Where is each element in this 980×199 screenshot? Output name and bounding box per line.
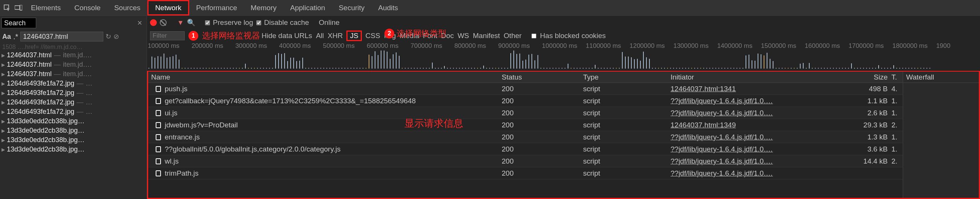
svg-rect-1 bbox=[15, 6, 20, 10]
close-icon[interactable]: × bbox=[135, 18, 144, 28]
search-result-item[interactable]: ▶ 12464037.html —item.jd…. bbox=[0, 60, 146, 69]
chip-css[interactable]: CSS bbox=[366, 32, 380, 40]
request-status: 200 bbox=[502, 169, 583, 178]
network-request-row[interactable]: trimPath.js 200 script ??jdf/lib/jquery-… bbox=[148, 167, 903, 179]
request-initiator[interactable]: ??jdf/lib/jquery-1.6.4.js,jdf/1.0.… bbox=[671, 157, 810, 166]
global-search-input[interactable] bbox=[2, 18, 36, 28]
result-filename: 13d3de0edd2cb38b.jpg… bbox=[7, 136, 84, 144]
search-result-item[interactable]: ▶ 1264d6493fe1fa72.jpg —… bbox=[0, 88, 146, 98]
chip-all[interactable]: All bbox=[316, 32, 324, 40]
chip-manifest[interactable]: Manifest bbox=[473, 32, 500, 40]
inspect-icon[interactable] bbox=[2, 5, 13, 11]
disable-cache-label: Disable cache bbox=[264, 19, 309, 27]
search-result-item[interactable]: ▶ 13d3de0edd2cb38b.jpg… bbox=[0, 145, 146, 154]
annotation-1-badge: 1 bbox=[188, 31, 198, 41]
col-initiator[interactable]: Initiator bbox=[671, 73, 810, 81]
request-time: 2. bbox=[891, 157, 903, 166]
tab-network[interactable]: Network bbox=[147, 0, 189, 16]
request-size: 29.3 kB bbox=[810, 121, 891, 129]
svg-rect-2 bbox=[20, 5, 22, 10]
file-icon bbox=[156, 170, 161, 177]
tab-audits[interactable]: Audits bbox=[371, 0, 405, 16]
network-request-row[interactable]: entrance.js 200 script ??jdf/lib/jquery-… bbox=[148, 131, 903, 143]
result-host: … bbox=[86, 108, 92, 116]
file-icon bbox=[156, 134, 161, 140]
tab-security[interactable]: Security bbox=[332, 0, 372, 16]
search-result-item[interactable]: ▶ 1264d6493fe1fa72.jpg —… bbox=[0, 79, 146, 88]
search-result-item[interactable]: ▶ 13d3de0edd2cb38b.jpg… bbox=[0, 126, 146, 135]
network-request-row[interactable]: ui.js 200 script ??jdf/lib/jquery-1.6.4.… bbox=[148, 107, 903, 119]
network-request-row[interactable]: get?callback=jQuery74983&cate=1713%2C325… bbox=[148, 95, 903, 107]
request-type: script bbox=[583, 169, 671, 178]
disable-cache-checkbox[interactable] bbox=[256, 20, 261, 25]
request-initiator[interactable]: ??jdf/lib/jquery-1.6.4.js,jdf/1.0.… bbox=[671, 97, 810, 105]
request-initiator[interactable]: ??jdf/lib/jquery-1.6.4.js,jdf/1.0.… bbox=[671, 109, 810, 117]
device-toggle-icon[interactable] bbox=[13, 5, 24, 11]
timeline-tick: 1900 bbox=[936, 42, 980, 50]
tab-memory[interactable]: Memory bbox=[244, 0, 283, 16]
clear-log-icon[interactable] bbox=[160, 19, 167, 26]
network-filter-input[interactable] bbox=[150, 31, 185, 40]
clear-icon[interactable]: ⊘ bbox=[113, 32, 119, 41]
request-initiator[interactable]: ??jdf/lib/jquery-1.6.4.js,jdf/1.0.… bbox=[671, 145, 810, 153]
search-icon[interactable]: 🔍 bbox=[187, 19, 195, 27]
tab-elements[interactable]: Elements bbox=[24, 0, 67, 16]
result-filename: 1264d6493fe1fa72.jpg bbox=[7, 80, 74, 88]
tab-console[interactable]: Console bbox=[67, 0, 107, 16]
chip-other[interactable]: Other bbox=[504, 32, 522, 40]
timeline-ruler[interactable]: 100000 ms200000 ms300000 ms400000 ms5000… bbox=[147, 42, 980, 50]
search-result-item[interactable]: ▶ 13d3de0edd2cb38b.jpg… bbox=[0, 135, 146, 145]
result-filename: 1264d6493fe1fa72.jpg bbox=[7, 108, 74, 116]
chip-js[interactable]: JS bbox=[347, 30, 361, 41]
network-request-row[interactable]: wl.js 200 script ??jdf/lib/jquery-1.6.4.… bbox=[148, 155, 903, 167]
request-size: 1.1 kB bbox=[810, 97, 891, 105]
col-size[interactable]: Size bbox=[810, 73, 891, 81]
search-result-item[interactable]: ▶ 1264d6493fe1fa72.jpg —… bbox=[0, 107, 146, 116]
col-time[interactable]: T. bbox=[891, 73, 903, 81]
refresh-icon[interactable]: ↻ bbox=[105, 32, 111, 41]
timeline-tick: 1200000 ms bbox=[630, 42, 673, 50]
request-name: ??globalInit/5.0.0/globalInit.js,categor… bbox=[165, 145, 341, 153]
request-initiator[interactable]: 12464037.html:1349 bbox=[671, 121, 810, 129]
result-filename: 12464037.html bbox=[7, 60, 52, 68]
request-type: script bbox=[583, 133, 671, 141]
request-status: 200 bbox=[502, 109, 583, 117]
has-blocked-cookies-label: Has blocked cookies bbox=[540, 32, 606, 40]
timeline-overview[interactable] bbox=[147, 50, 980, 71]
preserve-log-checkbox[interactable] bbox=[205, 20, 210, 25]
search-result-item[interactable]: ▶ 13d3de0edd2cb38b.jpg… bbox=[0, 116, 146, 126]
network-request-row[interactable]: push.js 200 script 12464037.html:1341 49… bbox=[148, 83, 903, 95]
network-request-row[interactable]: jdwebm.js?v=ProDetail 200 script 1246403… bbox=[148, 119, 903, 131]
col-status[interactable]: Status bbox=[502, 73, 583, 81]
request-initiator[interactable]: ??jdf/lib/jquery-1.6.4.js,jdf/1.0.… bbox=[671, 133, 810, 141]
chip-ws[interactable]: WS bbox=[458, 32, 469, 40]
request-initiator[interactable]: 12464037.html:1341 bbox=[671, 85, 810, 93]
filter-toggle-icon[interactable]: ▼ bbox=[177, 19, 184, 27]
record-icon[interactable] bbox=[150, 19, 157, 26]
timeline-tick: 300000 ms bbox=[235, 42, 279, 50]
search-result-item[interactable]: ▶ 12464037.html —item.jd…. bbox=[0, 51, 146, 60]
online-status[interactable]: Online bbox=[319, 19, 340, 27]
col-type[interactable]: Type bbox=[583, 73, 671, 81]
col-name[interactable]: Name bbox=[148, 73, 502, 81]
result-filename: 1264d6493fe1fa72.jpg bbox=[7, 89, 74, 97]
search-result-item[interactable]: ▶ 1264d6493fe1fa72.jpg —… bbox=[0, 98, 146, 107]
has-blocked-cookies-checkbox[interactable] bbox=[531, 33, 536, 38]
chevron-right-icon: ▶ bbox=[2, 53, 7, 58]
result-filename: 13d3de0edd2cb38b.jpg… bbox=[7, 117, 84, 125]
request-initiator[interactable]: ??jdf/lib/jquery-1.6.4.js,jdf/1.0.… bbox=[671, 169, 810, 178]
tab-sources[interactable]: Sources bbox=[107, 0, 147, 16]
result-filename: 12464037.html bbox=[7, 51, 52, 59]
tab-performance[interactable]: Performance bbox=[189, 0, 244, 16]
col-waterfall[interactable]: Waterfall bbox=[903, 72, 979, 83]
search-filter-input[interactable] bbox=[21, 32, 103, 41]
timeline-tick: 100000 ms bbox=[148, 42, 191, 50]
match-case-icon[interactable]: Aa bbox=[2, 33, 11, 41]
search-result-item[interactable]: ▶ 12464037.html —item.jd…. bbox=[0, 69, 146, 79]
chip-xhr[interactable]: XHR bbox=[328, 32, 343, 40]
network-request-row[interactable]: ??globalInit/5.0.0/globalInit.js,categor… bbox=[148, 143, 903, 155]
regex-icon[interactable]: .* bbox=[13, 32, 18, 41]
waterfall-column: Waterfall bbox=[903, 72, 979, 198]
request-time: 4. bbox=[891, 85, 903, 93]
tab-application[interactable]: Application bbox=[283, 0, 332, 16]
